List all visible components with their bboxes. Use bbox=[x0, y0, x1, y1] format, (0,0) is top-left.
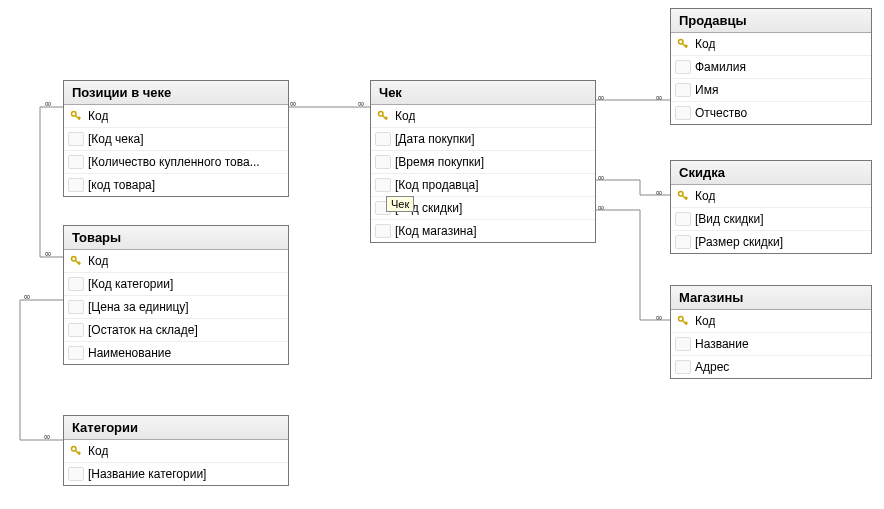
table-header[interactable]: Категории bbox=[64, 416, 288, 440]
field-label: Фамилия bbox=[695, 60, 746, 74]
field-list: КодНазваниеАдрес bbox=[671, 310, 871, 378]
tooltip-text: Чек bbox=[391, 198, 409, 210]
field-row[interactable]: [код товара] bbox=[64, 174, 288, 196]
field-label: [Размер скидки] bbox=[695, 235, 783, 249]
table-goods[interactable]: Товары Код[Код категории][Цена за единиц… bbox=[63, 225, 289, 365]
field-label: Наименование bbox=[88, 346, 171, 360]
tooltip: Чек bbox=[386, 196, 414, 212]
field-label: [Название категории] bbox=[88, 467, 206, 481]
field-row[interactable]: [Время покупки] bbox=[371, 151, 595, 174]
field-row[interactable]: [Название категории] bbox=[64, 463, 288, 485]
field-row[interactable]: Отчество bbox=[671, 102, 871, 124]
table-stores[interactable]: Магазины КодНазваниеАдрес bbox=[670, 285, 872, 379]
cardinality-many: ∞ bbox=[598, 202, 603, 213]
cardinality-many: ∞ bbox=[24, 291, 29, 302]
field-label: Адрес bbox=[695, 360, 729, 374]
field-icon bbox=[375, 177, 391, 193]
field-label: Код bbox=[695, 189, 715, 203]
key-icon bbox=[68, 108, 84, 124]
field-row[interactable]: [Код продавца] bbox=[371, 174, 595, 197]
field-row[interactable]: Название bbox=[671, 333, 871, 356]
field-row-pk[interactable]: Код bbox=[671, 310, 871, 333]
field-label: [Остаток на складе] bbox=[88, 323, 198, 337]
field-row-pk[interactable]: Код bbox=[64, 440, 288, 463]
field-icon bbox=[375, 131, 391, 147]
field-label: Код bbox=[695, 314, 715, 328]
field-label: [Количество купленного това... bbox=[88, 155, 260, 169]
field-label: Название bbox=[695, 337, 749, 351]
field-row[interactable]: Адрес bbox=[671, 356, 871, 378]
field-row[interactable]: [Размер скидки] bbox=[671, 231, 871, 253]
field-label: Код bbox=[395, 109, 415, 123]
field-row-pk[interactable]: Код bbox=[64, 105, 288, 128]
table-discount[interactable]: Скидка Код[Вид скидки][Размер скидки] bbox=[670, 160, 872, 254]
table-header[interactable]: Магазины bbox=[671, 286, 871, 310]
field-row-pk[interactable]: Код bbox=[671, 185, 871, 208]
field-label: [Время покупки] bbox=[395, 155, 484, 169]
table-header[interactable]: Позиции в чеке bbox=[64, 81, 288, 105]
cardinality-many: ∞ bbox=[598, 172, 603, 183]
field-row[interactable]: [Остаток на складе] bbox=[64, 319, 288, 342]
key-icon bbox=[675, 36, 691, 52]
field-row[interactable]: [Код категории] bbox=[64, 273, 288, 296]
field-row-pk[interactable]: Код bbox=[671, 33, 871, 56]
key-icon bbox=[375, 108, 391, 124]
cardinality-many: ∞ bbox=[290, 98, 295, 109]
field-list: КодФамилияИмяОтчество bbox=[671, 33, 871, 124]
field-icon bbox=[68, 466, 84, 482]
table-check[interactable]: Чек Код[Дата покупки][Время покупки][Код… bbox=[370, 80, 596, 243]
field-label: Код bbox=[695, 37, 715, 51]
field-icon bbox=[375, 223, 391, 239]
field-icon bbox=[675, 211, 691, 227]
field-label: [Дата покупки] bbox=[395, 132, 475, 146]
table-title: Магазины bbox=[679, 290, 743, 305]
field-row[interactable]: Наименование bbox=[64, 342, 288, 364]
table-header[interactable]: Товары bbox=[64, 226, 288, 250]
table-title: Позиции в чеке bbox=[72, 85, 171, 100]
field-label: [код товара] bbox=[88, 178, 155, 192]
table-title: Категории bbox=[72, 420, 138, 435]
key-icon bbox=[675, 188, 691, 204]
cardinality-many: ∞ bbox=[44, 431, 49, 442]
field-icon bbox=[68, 276, 84, 292]
cardinality-many: ∞ bbox=[45, 248, 50, 259]
field-icon bbox=[68, 154, 84, 170]
field-icon bbox=[68, 345, 84, 361]
field-list: Код[Вид скидки][Размер скидки] bbox=[671, 185, 871, 253]
field-row[interactable]: Фамилия bbox=[671, 56, 871, 79]
cardinality-many: ∞ bbox=[45, 98, 50, 109]
field-list: Код[Дата покупки][Время покупки][Код про… bbox=[371, 105, 595, 242]
field-label: Отчество bbox=[695, 106, 747, 120]
field-row[interactable]: [Код магазина] bbox=[371, 220, 595, 242]
cardinality-many: ∞ bbox=[598, 92, 603, 103]
field-icon bbox=[675, 82, 691, 98]
field-row[interactable]: [Количество купленного това... bbox=[64, 151, 288, 174]
field-icon bbox=[675, 105, 691, 121]
key-icon bbox=[68, 443, 84, 459]
field-row[interactable]: Имя bbox=[671, 79, 871, 102]
field-row[interactable]: [Цена за единицу] bbox=[64, 296, 288, 319]
field-icon bbox=[375, 154, 391, 170]
field-icon bbox=[675, 359, 691, 375]
field-label: Имя bbox=[695, 83, 718, 97]
field-label: Код bbox=[88, 444, 108, 458]
field-icon bbox=[68, 299, 84, 315]
cardinality-many: ∞ bbox=[656, 312, 661, 323]
table-header[interactable]: Продавцы bbox=[671, 9, 871, 33]
diagram-canvas[interactable]: { "tables": { "positions": { "title": "П… bbox=[0, 0, 884, 509]
field-row-pk[interactable]: Код bbox=[64, 250, 288, 273]
field-label: [Код продавца] bbox=[395, 178, 479, 192]
table-categories[interactable]: Категории Код[Название категории] bbox=[63, 415, 289, 486]
table-positions[interactable]: Позиции в чеке Код[Код чека][Количество … bbox=[63, 80, 289, 197]
table-sellers[interactable]: Продавцы КодФамилияИмяОтчество bbox=[670, 8, 872, 125]
field-row[interactable]: [Код чека] bbox=[64, 128, 288, 151]
field-label: [Вид скидки] bbox=[695, 212, 764, 226]
field-row[interactable]: [Дата покупки] bbox=[371, 128, 595, 151]
field-row-pk[interactable]: Код bbox=[371, 105, 595, 128]
cardinality-many: ∞ bbox=[656, 187, 661, 198]
field-row[interactable]: [Вид скидки] bbox=[671, 208, 871, 231]
field-icon bbox=[675, 59, 691, 75]
table-header[interactable]: Скидка bbox=[671, 161, 871, 185]
table-header[interactable]: Чек bbox=[371, 81, 595, 105]
field-icon bbox=[675, 234, 691, 250]
